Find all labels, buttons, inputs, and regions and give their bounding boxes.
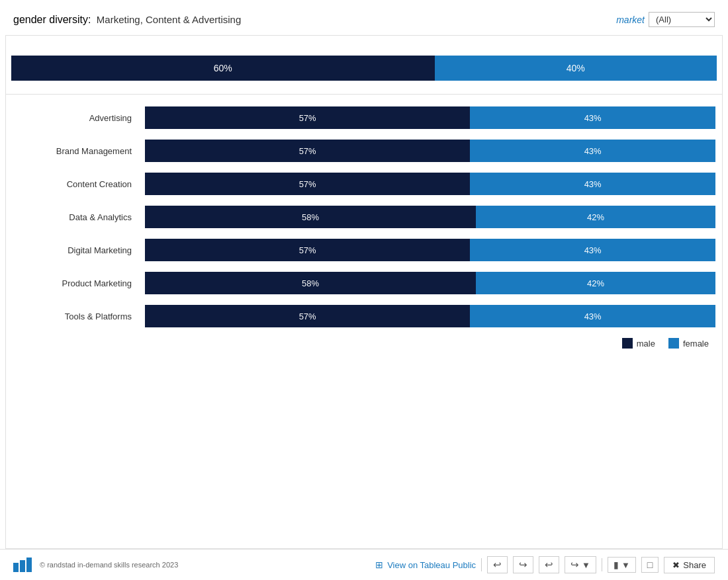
device-dropdown-icon: ▼ xyxy=(621,560,630,570)
market-filter: market (All) US UK DE FR xyxy=(616,12,715,27)
summary-female-label: 40% xyxy=(567,63,585,73)
toolbar-divider xyxy=(481,558,482,571)
tableau-link-label: View on Tableau Public xyxy=(387,560,476,570)
detail-chart: Advertising57%43%Brand Management57%43%C… xyxy=(5,95,723,549)
undo-button[interactable]: ↩ xyxy=(487,556,508,573)
row-label: Advertising xyxy=(13,113,145,123)
chart-row: Data & Analytics58%42% xyxy=(6,200,722,233)
female-bar: 43% xyxy=(470,173,715,195)
device-button[interactable]: ▮ ▼ xyxy=(608,557,636,573)
bars-container: 58%42% xyxy=(145,206,715,228)
bars-container: 57%43% xyxy=(145,140,715,162)
chart-row: Digital Marketing57%43% xyxy=(6,233,722,267)
bars-container: 57%43% xyxy=(145,106,715,129)
summary-bar-row: 60% 40% xyxy=(11,56,717,81)
tableau-icon: ⊞ xyxy=(375,559,383,570)
row-label: Content Creation xyxy=(13,179,145,189)
header: gender diversity: Marketing, Content & A… xyxy=(0,0,728,35)
svg-rect-0 xyxy=(13,563,19,572)
bars-container: 57%43% xyxy=(145,305,715,327)
device-icon: ▮ xyxy=(614,559,619,570)
bars-container: 58%42% xyxy=(145,272,715,294)
chart-row: Product Marketing58%42% xyxy=(6,267,722,300)
footer-copyright: © randstad in-demand skills research 202… xyxy=(40,561,178,569)
legend-female-label: female xyxy=(683,339,709,349)
legend-male-label: male xyxy=(637,339,655,349)
summary-female-bar: 40% xyxy=(435,56,717,81)
row-label: Product Marketing xyxy=(13,278,145,288)
female-bar: 43% xyxy=(470,305,715,327)
legend-male: male xyxy=(622,338,655,349)
summary-chart: 60% 40% xyxy=(5,35,723,95)
summary-male-label: 60% xyxy=(214,63,232,73)
rows-container: Advertising57%43%Brand Management57%43%C… xyxy=(6,101,722,333)
chart-row: Brand Management57%43% xyxy=(6,134,722,167)
male-bar: 57% xyxy=(145,239,470,261)
male-bar: 57% xyxy=(145,173,470,195)
dropdown-arrow-icon: ▼ xyxy=(582,560,590,570)
main-container: gender diversity: Marketing, Content & A… xyxy=(0,0,728,580)
female-bar: 43% xyxy=(470,140,715,162)
toolbar: ↩ ↪ ↩ ↪ ▼ ▮ ▼ □ xyxy=(481,556,715,573)
header-subtitle: Marketing, Content & Advertising xyxy=(97,14,241,25)
male-bar: 57% xyxy=(145,140,470,162)
redo-icon: ↪ xyxy=(519,559,527,571)
male-bar: 57% xyxy=(145,106,470,129)
female-bar: 43% xyxy=(470,106,715,129)
footer-left: © randstad in-demand skills research 202… xyxy=(13,558,178,572)
toolbar-divider2 xyxy=(602,558,602,571)
female-bar: 42% xyxy=(476,272,715,294)
row-label: Brand Management xyxy=(13,146,145,156)
bars-container: 57%43% xyxy=(145,239,715,261)
share-label: Share xyxy=(683,560,706,570)
male-bar: 58% xyxy=(145,272,476,294)
back-icon: ↩ xyxy=(545,559,553,571)
forward-button[interactable]: ↪ ▼ xyxy=(565,556,596,573)
male-bar: 58% xyxy=(145,206,476,228)
market-label: market xyxy=(616,15,645,25)
share-icon: ✖ xyxy=(672,560,680,570)
bars-container: 57%43% xyxy=(145,173,715,195)
forward-icon: ↪ xyxy=(570,559,579,571)
female-bar: 43% xyxy=(470,239,715,261)
female-bar: 42% xyxy=(476,206,715,228)
market-select[interactable]: (All) US UK DE FR xyxy=(649,12,715,27)
tableau-link[interactable]: ⊞ View on Tableau Public xyxy=(375,559,476,570)
chart-row: Advertising57%43% xyxy=(6,101,722,134)
legend-male-box xyxy=(622,338,633,349)
randstad-logo xyxy=(13,558,33,572)
header-title: gender diversity: Marketing, Content & A… xyxy=(13,14,241,26)
chart-row: Tools & Platforms57%43% xyxy=(6,300,722,333)
chart-row: Content Creation57%43% xyxy=(6,167,722,200)
back-button[interactable]: ↩ xyxy=(539,556,559,573)
summary-male-bar: 60% xyxy=(11,56,435,81)
share-button[interactable]: ✖ Share xyxy=(664,557,715,573)
redo-button[interactable]: ↪ xyxy=(513,556,533,573)
legend-female-box xyxy=(668,338,679,349)
svg-rect-1 xyxy=(20,560,25,572)
male-bar: 57% xyxy=(145,305,470,327)
footer-right: ⊞ View on Tableau Public ↩ ↪ ↩ ↪ ▼ xyxy=(375,556,715,573)
row-label: Digital Marketing xyxy=(13,245,145,255)
footer: © randstad in-demand skills research 202… xyxy=(0,549,728,580)
legend: male female xyxy=(6,333,722,354)
svg-rect-2 xyxy=(26,558,32,572)
row-label: Data & Analytics xyxy=(13,212,145,222)
fullscreen-icon: □ xyxy=(647,559,653,570)
fullscreen-button[interactable]: □ xyxy=(641,557,659,573)
gender-diversity-label: gender diversity: xyxy=(13,14,91,25)
undo-icon: ↩ xyxy=(493,559,502,571)
row-label: Tools & Platforms xyxy=(13,311,145,321)
legend-female: female xyxy=(668,338,709,349)
